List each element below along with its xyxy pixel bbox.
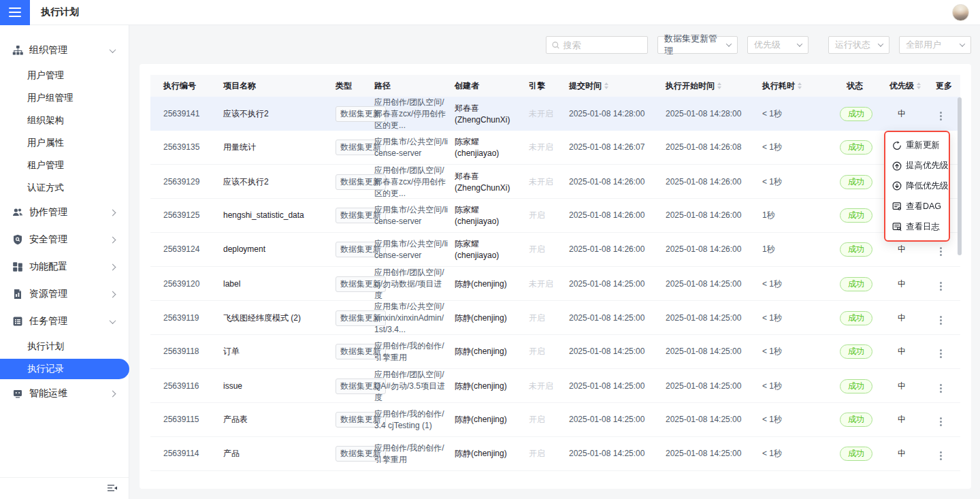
search-input[interactable] (563, 40, 642, 50)
priority-dropdown[interactable]: 优先级 (747, 36, 808, 54)
cell-path: 应用创作/团队空间/郑春喜zcx/停用创作区的更... (374, 165, 455, 199)
cell-exec-id: 25639114 (163, 448, 223, 460)
more-actions-button[interactable] (936, 313, 946, 327)
sort-icon[interactable] (798, 82, 802, 89)
sidebar-item-label: 安全管理 (29, 234, 67, 246)
sort-icon[interactable] (917, 82, 921, 89)
sidebar-footer (0, 477, 129, 499)
sidebar-item-label: 协作管理 (29, 206, 67, 219)
cell-duration: < 1秒 (762, 312, 847, 324)
cell-path: 应用创作/团队空间/cj/勿动数据/项目进度 (374, 267, 455, 302)
sidebar-item-task-management[interactable]: 任务管理 (0, 308, 129, 335)
status-badge: 成功 (840, 413, 872, 427)
sidebar-item-auth-method[interactable]: 认证方式 (0, 176, 129, 199)
cell-start-time: 2025-01-08 14:26:00 (666, 210, 762, 221)
table-row[interactable]: 25639141 应该不执行2 数据集更新 应用创作/团队空间/郑春喜zcx/停… (150, 97, 960, 131)
sidebar-item-resource-management[interactable]: 资源管理 (0, 280, 129, 308)
sidebar-item-tenant-management[interactable]: 租户管理 (0, 154, 129, 176)
cell-exec-id: 25639125 (163, 210, 223, 221)
menu-item-raise-priority[interactable]: 提高优先级 (885, 156, 949, 176)
more-actions-button[interactable] (936, 449, 946, 463)
cell-priority: 中 (889, 346, 936, 357)
col-exec-id: 执行编号 (163, 80, 223, 92)
collapse-sidebar-icon[interactable] (108, 484, 118, 493)
menu-item-rerun[interactable]: 重新更新 (885, 135, 949, 156)
sidebar-item-execution-records[interactable]: 执行记录 (0, 359, 129, 379)
cell-duration: < 1秒 (762, 346, 847, 357)
cell-start-time: 2025-01-08 14:25:00 (666, 346, 762, 357)
user-avatar[interactable] (952, 4, 969, 21)
sidebar-item-intelligent-ops[interactable]: 智能运维 (0, 380, 129, 407)
more-actions-button[interactable] (936, 415, 946, 429)
col-submit-time: 提交时间 (569, 80, 666, 92)
cell-creator: 陈静(chenjing) (455, 448, 529, 460)
cell-engine: 开启 (529, 414, 569, 425)
table-row[interactable]: 25639124 deployment 数据集更新 应用集市/公共空间/lice… (150, 233, 960, 267)
menu-item-view-log[interactable]: 查看日志 (885, 216, 949, 237)
table-row[interactable]: 25639135 用量统计 数据集更新 应用集市/公共空间/license-se… (150, 131, 960, 165)
sidebar-item-security-management[interactable]: 安全管理 (0, 226, 129, 253)
cell-engine: 开启 (529, 210, 569, 221)
cell-engine: 开启 (529, 448, 569, 460)
table-row[interactable]: 25639119 飞线图经纬度模式 (2) 数据集更新 应用集市/公共空间/xi… (150, 301, 960, 335)
table-row[interactable]: 25639114 产品 数据集更新 应用创作/我的创作/引擎重用 陈静(chen… (150, 437, 960, 471)
table-row[interactable]: 25639118 订单 数据集更新 应用创作/我的创作/引擎重用 陈静(chen… (150, 335, 960, 369)
cell-creator: 郑春喜(ZhengChunXi) (455, 171, 529, 194)
menu-item-lower-priority[interactable]: 降低优先级 (885, 176, 949, 197)
sidebar-item-execution-plan[interactable]: 执行计划 (0, 335, 129, 357)
search-box[interactable] (546, 36, 648, 54)
run-status-dropdown[interactable]: 运行状态 (828, 36, 889, 54)
more-actions-button[interactable] (936, 109, 946, 123)
table-row[interactable]: 25639120 label 数据集更新 应用创作/团队空间/cj/勿动数据/项… (150, 267, 960, 301)
sidebar-item-user-attributes[interactable]: 用户属性 (0, 131, 129, 154)
more-actions-button[interactable] (936, 244, 946, 259)
chevron-down-icon (797, 41, 802, 46)
cell-path: 应用创作/我的创作/引擎重用 (374, 442, 455, 466)
table-scrollbar[interactable] (958, 97, 962, 255)
hamburger-menu-button[interactable] (0, 0, 30, 25)
more-actions-button[interactable] (936, 279, 946, 293)
sort-icon[interactable] (604, 82, 608, 89)
col-creator: 创建者 (455, 80, 529, 92)
sidebar-item-user-group-management[interactable]: 用户组管理 (0, 86, 129, 109)
table-row[interactable]: 25639125 hengshi_statistic_data 数据集更新 应用… (150, 199, 960, 233)
table-row[interactable]: 25639115 产品表 数据集更新 应用创作/我的创作/3.4 cjTesti… (150, 403, 960, 437)
col-more: 更多 (936, 80, 960, 92)
table-row[interactable]: 25639116 issue 数据集更新 应用创作/团队空间/QA#勿动/3.5… (150, 369, 960, 403)
cell-start-time: 2025-01-08 14:28:00 (666, 108, 762, 120)
chevron-down-icon (110, 317, 116, 324)
sidebar-item-org-management[interactable]: 组织管理 (0, 37, 129, 64)
sidebar-item-user-management[interactable]: 用户管理 (0, 64, 129, 86)
menu-item-view-dag[interactable]: 查看DAG (885, 196, 949, 216)
cell-creator: 陈家耀(chenjiayao) (455, 136, 529, 159)
cell-project-name: 应该不执行2 (223, 108, 336, 120)
table-header: 执行编号 项目名称 类型 路径 创建者 引擎 提交时间 执行开始时间 执行耗时 … (150, 75, 960, 97)
cell-engine: 开启 (529, 312, 569, 324)
dataset-update-type-dropdown[interactable]: 数据集更新管理 (657, 36, 738, 54)
status-badge: 成功 (840, 311, 872, 325)
cell-priority: 中 (889, 278, 936, 290)
chevron-down-icon (726, 41, 732, 46)
cell-creator: 陈家耀(chenjiayao) (455, 204, 529, 227)
col-type: 类型 (336, 80, 374, 92)
cell-duration: < 1秒 (762, 448, 847, 460)
more-actions-button[interactable] (936, 381, 946, 396)
cell-exec-id: 25639135 (163, 142, 223, 153)
cell-submit-time: 2025-01-08 14:25:00 (569, 346, 666, 357)
cell-duration: < 1秒 (762, 414, 847, 425)
status-badge: 成功 (840, 379, 872, 393)
filter-bar: 数据集更新管理 优先级 运行状态 全部用户 (140, 36, 971, 54)
sidebar-item-org-structure[interactable]: 组织架构 (0, 109, 129, 131)
sort-icon[interactable] (717, 82, 721, 89)
cell-priority: 中 (889, 448, 936, 460)
cell-submit-time: 2025-01-08 14:25:00 (569, 278, 666, 290)
table-row[interactable]: 25639129 应该不执行2 数据集更新 应用创作/团队空间/郑春喜zcx/停… (150, 165, 960, 199)
cell-submit-time: 2025-01-08 14:25:00 (569, 414, 666, 425)
sidebar-item-collaboration-management[interactable]: 协作管理 (0, 199, 129, 226)
cell-creator: 陈静(chenjing) (455, 414, 529, 425)
features-icon (12, 261, 23, 272)
all-users-dropdown[interactable]: 全部用户 (899, 36, 971, 54)
more-actions-button[interactable] (936, 347, 946, 361)
cell-project-name: 产品表 (223, 414, 336, 425)
sidebar-item-feature-config[interactable]: 功能配置 (0, 253, 129, 280)
